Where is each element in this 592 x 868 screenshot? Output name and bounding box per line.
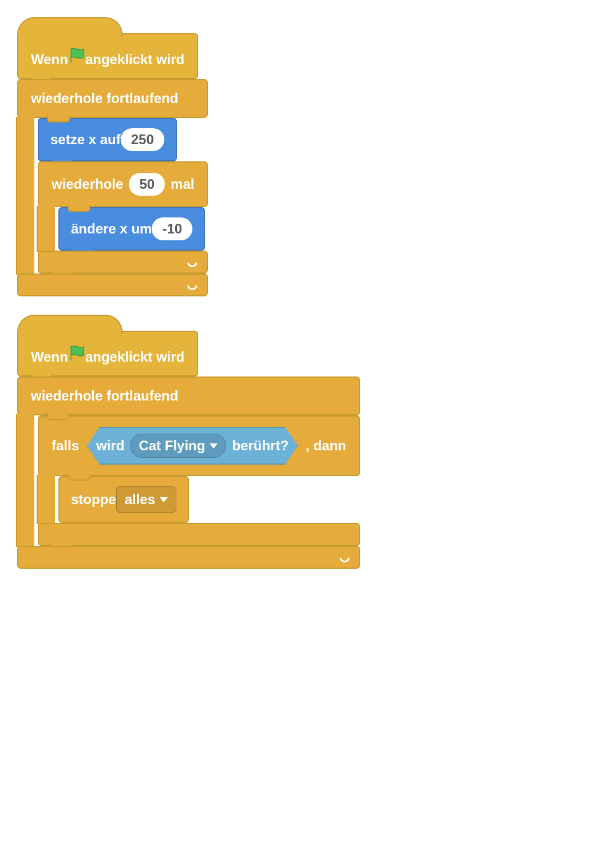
hat-text-post: angeklickt wird	[85, 51, 184, 67]
set-x-label: setze x auf	[50, 132, 121, 147]
touching-target-dropdown[interactable]: Cat Flying	[130, 434, 226, 458]
chevron-down-icon	[160, 497, 168, 502]
touching-target-value: Cat Flying	[139, 438, 205, 454]
forever-loop-block[interactable]: wiederhole fortlaufend setze x auf 250 w…	[17, 79, 208, 296]
green-flag-icon	[68, 47, 85, 64]
repeat-block[interactable]: wiederhole 50 mal ändere x um -10	[38, 161, 208, 274]
change-x-label: ändere x um	[71, 221, 152, 236]
script-2: Wenn angeklickt wird wiederhole fortlauf…	[17, 331, 575, 569]
stop-option-value: alles	[125, 492, 155, 508]
if-label-pre: falls	[52, 438, 79, 454]
touching-boolean-block[interactable]: wird Cat Flying berührt?	[87, 427, 298, 465]
hat-block-when-flag-clicked[interactable]: Wenn angeklickt wird	[17, 33, 198, 79]
hat-text-post: angeklickt wird	[85, 349, 184, 364]
stop-block[interactable]: stoppe alles	[58, 476, 189, 523]
forever-loop-block[interactable]: wiederhole fortlaufend falls wird Cat Fl…	[17, 376, 360, 569]
set-x-block[interactable]: setze x auf 250	[38, 118, 177, 161]
touching-label-post: berührt?	[232, 438, 289, 454]
chevron-down-icon	[210, 443, 218, 449]
forever-label: wiederhole fortlaufend	[31, 90, 178, 106]
repeat-label-pre: wiederhole	[52, 176, 123, 192]
hat-text-pre: Wenn	[31, 51, 68, 67]
green-flag-icon	[68, 344, 85, 362]
stop-label: stoppe	[71, 492, 116, 507]
if-label-post: , dann	[306, 438, 346, 454]
script-1: Wenn angeklickt wird wiederhole fortlauf…	[17, 33, 575, 296]
loop-arrow-icon	[338, 551, 351, 564]
change-x-value-input[interactable]: -10	[152, 217, 192, 240]
stop-option-dropdown[interactable]: alles	[116, 486, 176, 513]
repeat-count-input[interactable]: 50	[129, 173, 165, 196]
touching-label-pre: wird	[96, 438, 124, 454]
repeat-label-post: mal	[171, 176, 194, 192]
loop-arrow-icon	[186, 256, 199, 268]
hat-text-pre: Wenn	[31, 349, 68, 364]
change-x-block[interactable]: ändere x um -10	[58, 207, 205, 251]
if-block[interactable]: falls wird Cat Flying berührt? , dann	[38, 415, 360, 546]
forever-label: wiederhole fortlaufend	[31, 388, 178, 404]
hat-block-when-flag-clicked[interactable]: Wenn angeklickt wird	[17, 331, 198, 376]
loop-arrow-icon	[186, 279, 199, 291]
set-x-value-input[interactable]: 250	[121, 128, 164, 151]
